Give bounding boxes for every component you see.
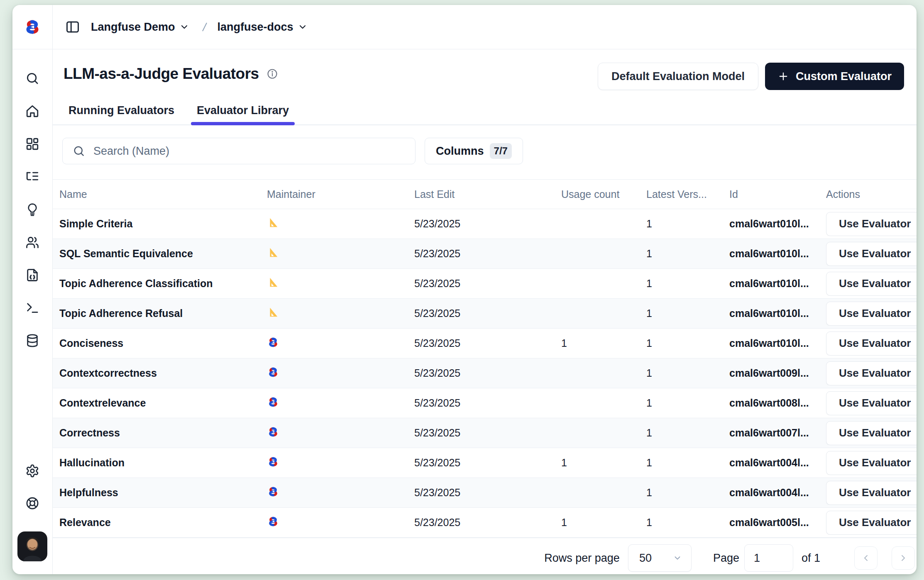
table-row[interactable]: Conciseness 5/23/2025 1 1 cmal6wart010l.… [53, 329, 917, 358]
table-row[interactable]: Helpfulness 5/23/2025 1 cmal6wart004l...… [53, 478, 917, 508]
use-evaluator-button[interactable]: Use Evaluator [826, 212, 917, 236]
latest-version: 1 [646, 307, 729, 319]
evaluator-id: cmal6wart004l... [729, 487, 826, 499]
table-row[interactable]: Topic Adherence Refusal 5/23/2025 1 cmal… [53, 299, 917, 329]
table-row[interactable]: Simple Criteria 5/23/2025 1 cmal6wart010… [53, 209, 917, 239]
use-evaluator-button[interactable]: Use Evaluator [826, 331, 917, 356]
search-input[interactable] [93, 145, 415, 158]
use-evaluator-button[interactable]: Use Evaluator [826, 421, 917, 445]
latest-version: 1 [646, 278, 729, 290]
usage-count: 1 [561, 457, 646, 469]
next-page-button[interactable] [892, 546, 915, 570]
maintainer-cell [267, 426, 414, 441]
use-evaluator-button[interactable]: Use Evaluator [826, 511, 917, 535]
langfuse-maintainer-icon [267, 485, 279, 498]
previous-page-button[interactable] [854, 546, 878, 570]
sidebar-item-evaluation[interactable] [24, 267, 41, 283]
chevron-down-icon [298, 22, 308, 32]
org-name: Langfuse Demo [91, 21, 175, 34]
sidebar-item-users[interactable] [24, 234, 41, 251]
support-lifebuoy-icon [25, 496, 39, 510]
ragas-maintainer-icon [267, 246, 279, 259]
langfuse-maintainer-icon [267, 426, 279, 438]
custom-evaluator-label: Custom Evaluator [796, 70, 892, 83]
column-header-latest-version[interactable]: Latest Vers... [646, 188, 729, 200]
use-evaluator-button[interactable]: Use Evaluator [826, 302, 917, 326]
sidebar-item-playground[interactable] [24, 300, 41, 316]
maintainer-cell [267, 246, 414, 261]
use-evaluator-button[interactable]: Use Evaluator [826, 361, 917, 385]
sidebar-item-prompts[interactable] [24, 201, 41, 218]
logo-cell [12, 5, 53, 49]
table-row[interactable]: Relevance 5/23/2025 1 1 cmal6wart005l...… [53, 508, 917, 538]
sidebar-item-support[interactable] [24, 495, 41, 512]
rows-per-page-select[interactable]: 50 [628, 544, 692, 572]
columns-label: Columns [436, 145, 484, 158]
maintainer-cell [267, 485, 414, 500]
column-header-last-edit[interactable]: Last Edit [414, 188, 561, 200]
org-switcher[interactable]: Langfuse Demo [91, 21, 189, 34]
langfuse-maintainer-icon [267, 456, 279, 468]
evaluator-name: Simple Criteria [53, 218, 267, 230]
tab-running-evaluators[interactable]: Running Evaluators [63, 104, 180, 124]
table-row[interactable]: Contextcorrectness 5/23/2025 1 cmal6wart… [53, 358, 917, 388]
page-number-input[interactable] [744, 544, 793, 572]
default-evaluation-model-button[interactable]: Default Evaluation Model [598, 63, 758, 90]
usage-count: 1 [561, 337, 646, 349]
column-header-name[interactable]: Name [53, 188, 267, 200]
column-header-usage-count[interactable]: Usage count [561, 188, 646, 200]
sidebar-toggle-button[interactable] [65, 19, 80, 34]
project-switcher[interactable]: langfuse-docs [218, 21, 308, 34]
page-label: Page [713, 552, 739, 565]
tab-evaluator-library[interactable]: Evaluator Library [191, 104, 295, 124]
table-row[interactable]: Correctness 5/23/2025 1 cmal6wart007l...… [53, 418, 917, 448]
table-row[interactable]: Topic Adherence Classification 5/23/2025… [53, 269, 917, 299]
ragas-maintainer-icon [267, 217, 279, 229]
use-evaluator-button[interactable]: Use Evaluator [826, 391, 917, 415]
latest-version: 1 [646, 397, 729, 409]
evaluator-id: cmal6wart007l... [729, 427, 826, 439]
columns-button[interactable]: Columns 7/7 [425, 138, 523, 164]
maintainer-cell [267, 306, 414, 321]
latest-version: 1 [646, 248, 729, 260]
search-box[interactable] [62, 138, 416, 164]
evaluator-name: Contextcorrectness [53, 367, 267, 379]
evaluator-name: Topic Adherence Refusal [53, 307, 267, 319]
pagination-bar: Rows per page 50 Page of 1 [53, 538, 917, 574]
table-header: Name Maintainer Last Edit Usage count La… [53, 179, 917, 209]
evaluator-name: Conciseness [53, 337, 267, 349]
table-row[interactable]: Contextrelevance 5/23/2025 1 cmal6wart00… [53, 388, 917, 418]
use-evaluator-button[interactable]: Use Evaluator [826, 272, 917, 296]
panel-left-icon [65, 19, 80, 34]
users-icon [25, 235, 39, 249]
sidebar-item-settings[interactable] [24, 463, 41, 479]
column-header-maintainer[interactable]: Maintainer [267, 188, 414, 200]
table-row[interactable]: Hallucination 5/23/2025 1 1 cmal6wart004… [53, 448, 917, 478]
sidebar-item-tracing[interactable] [24, 168, 41, 185]
maintainer-cell [267, 366, 414, 381]
lightbulb-icon [25, 202, 39, 217]
last-edit: 5/23/2025 [414, 517, 561, 529]
custom-evaluator-button[interactable]: Custom Evaluator [765, 63, 904, 90]
sidebar-item-home[interactable] [24, 103, 41, 119]
table-row[interactable]: SQL Semantic Equivalence 5/23/2025 1 cma… [53, 239, 917, 269]
home-icon [25, 104, 39, 118]
sidebar-item-datasets[interactable] [24, 332, 41, 349]
tracing-tree-icon [25, 170, 39, 184]
sidebar-item-dashboards[interactable] [24, 136, 41, 152]
last-edit: 5/23/2025 [414, 278, 561, 290]
maintainer-cell [267, 336, 414, 351]
search-icon [25, 71, 39, 85]
user-avatar[interactable] [17, 531, 47, 561]
use-evaluator-button[interactable]: Use Evaluator [826, 242, 917, 266]
sidebar-item-search[interactable] [24, 70, 41, 87]
dashboard-grid-icon [25, 137, 39, 151]
use-evaluator-button[interactable]: Use Evaluator [826, 481, 917, 505]
last-edit: 5/23/2025 [414, 427, 561, 439]
toolbar: Columns 7/7 [53, 125, 917, 179]
column-header-id[interactable]: Id [729, 188, 826, 200]
use-evaluator-button[interactable]: Use Evaluator [826, 451, 917, 475]
ragas-maintainer-icon [267, 276, 279, 289]
rows-per-page-value: 50 [639, 552, 652, 565]
info-icon[interactable] [266, 68, 278, 80]
